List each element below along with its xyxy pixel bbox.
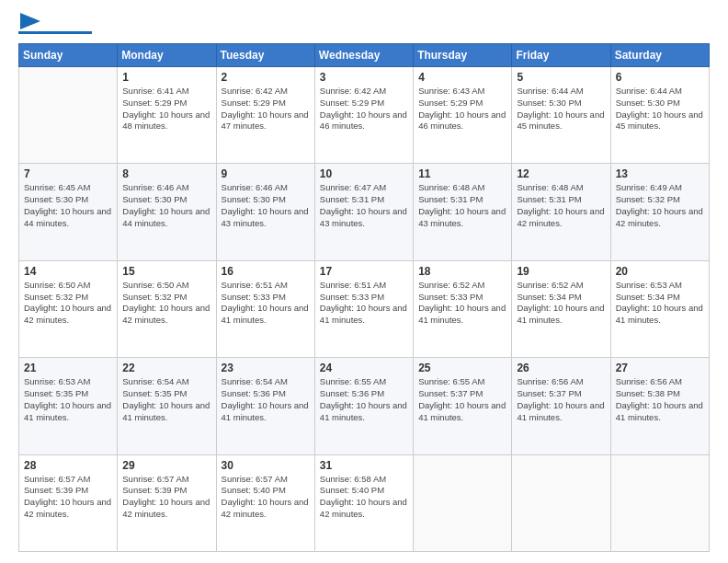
day-number: 29 (122, 459, 210, 472)
calendar-cell (19, 67, 118, 164)
day-info: Sunrise: 6:51 AM Sunset: 5:33 PM Dayligh… (222, 280, 310, 327)
week-row-1: 1Sunrise: 6:41 AM Sunset: 5:29 PM Daylig… (19, 67, 710, 164)
day-number: 17 (320, 265, 408, 278)
day-number: 20 (616, 265, 704, 278)
day-info: Sunrise: 6:53 AM Sunset: 5:34 PM Dayligh… (616, 280, 704, 327)
day-number: 7 (24, 167, 112, 180)
svg-marker-0 (20, 13, 40, 29)
calendar-cell: 26Sunrise: 6:56 AM Sunset: 5:37 PM Dayli… (512, 358, 610, 454)
calendar-cell: 13Sunrise: 6:49 AM Sunset: 5:32 PM Dayli… (610, 164, 709, 260)
calendar-table: SundayMondayTuesdayWednesdayThursdayFrid… (18, 43, 710, 552)
calendar-cell (414, 454, 512, 551)
calendar-cell (512, 454, 610, 551)
week-row-4: 21Sunrise: 6:53 AM Sunset: 5:35 PM Dayli… (19, 358, 710, 454)
day-number: 2 (222, 71, 310, 84)
calendar-body: 1Sunrise: 6:41 AM Sunset: 5:29 PM Daylig… (19, 67, 710, 552)
day-info: Sunrise: 6:44 AM Sunset: 5:30 PM Dayligh… (616, 86, 704, 132)
day-info: Sunrise: 6:52 AM Sunset: 5:34 PM Dayligh… (517, 280, 605, 327)
calendar-cell: 15Sunrise: 6:50 AM Sunset: 5:32 PM Dayli… (118, 260, 216, 357)
weekday-header-saturday: Saturday (610, 44, 709, 67)
day-number: 12 (517, 167, 605, 180)
weekday-header-row: SundayMondayTuesdayWednesdayThursdayFrid… (19, 44, 710, 67)
week-row-3: 14Sunrise: 6:50 AM Sunset: 5:32 PM Dayli… (19, 260, 710, 357)
day-info: Sunrise: 6:56 AM Sunset: 5:37 PM Dayligh… (517, 376, 605, 423)
calendar-cell: 14Sunrise: 6:50 AM Sunset: 5:32 PM Dayli… (19, 260, 118, 357)
day-info: Sunrise: 6:57 AM Sunset: 5:39 PM Dayligh… (24, 474, 112, 521)
day-info: Sunrise: 6:48 AM Sunset: 5:31 PM Dayligh… (517, 182, 605, 229)
weekday-header-tuesday: Tuesday (216, 44, 314, 67)
day-info: Sunrise: 6:56 AM Sunset: 5:38 PM Dayligh… (616, 376, 704, 423)
calendar-cell: 21Sunrise: 6:53 AM Sunset: 5:35 PM Dayli… (19, 358, 118, 454)
week-row-5: 28Sunrise: 6:57 AM Sunset: 5:39 PM Dayli… (19, 454, 710, 551)
day-info: Sunrise: 6:52 AM Sunset: 5:33 PM Dayligh… (418, 280, 506, 327)
weekday-header-sunday: Sunday (19, 44, 118, 67)
weekday-header-friday: Friday (512, 44, 610, 67)
day-number: 27 (616, 362, 704, 374)
day-info: Sunrise: 6:54 AM Sunset: 5:36 PM Dayligh… (222, 376, 310, 423)
logo-flag-icon (20, 13, 40, 29)
day-info: Sunrise: 6:54 AM Sunset: 5:35 PM Dayligh… (122, 376, 210, 423)
day-info: Sunrise: 6:42 AM Sunset: 5:29 PM Dayligh… (320, 86, 408, 132)
day-number: 26 (517, 362, 605, 374)
day-number: 10 (320, 167, 408, 180)
day-number: 9 (222, 167, 310, 180)
day-number: 3 (320, 71, 408, 84)
calendar-cell: 20Sunrise: 6:53 AM Sunset: 5:34 PM Dayli… (610, 260, 709, 357)
calendar-cell: 11Sunrise: 6:48 AM Sunset: 5:31 PM Dayli… (414, 164, 512, 260)
day-number: 25 (418, 362, 506, 374)
day-info: Sunrise: 6:57 AM Sunset: 5:40 PM Dayligh… (222, 474, 310, 521)
logo (18, 17, 92, 34)
calendar-cell: 7Sunrise: 6:45 AM Sunset: 5:30 PM Daylig… (19, 164, 118, 260)
weekday-header-thursday: Thursday (414, 44, 512, 67)
day-number: 16 (222, 265, 310, 278)
day-info: Sunrise: 6:53 AM Sunset: 5:35 PM Dayligh… (24, 376, 112, 423)
day-info: Sunrise: 6:58 AM Sunset: 5:40 PM Dayligh… (320, 474, 408, 521)
calendar-cell: 18Sunrise: 6:52 AM Sunset: 5:33 PM Dayli… (414, 260, 512, 357)
day-number: 1 (122, 71, 210, 84)
day-number: 30 (222, 459, 310, 472)
calendar-cell: 1Sunrise: 6:41 AM Sunset: 5:29 PM Daylig… (118, 67, 216, 164)
calendar-cell: 30Sunrise: 6:57 AM Sunset: 5:40 PM Dayli… (216, 454, 314, 551)
day-info: Sunrise: 6:55 AM Sunset: 5:37 PM Dayligh… (418, 376, 506, 423)
day-number: 14 (24, 265, 112, 278)
calendar-cell: 24Sunrise: 6:55 AM Sunset: 5:36 PM Dayli… (314, 358, 413, 454)
calendar-cell: 4Sunrise: 6:43 AM Sunset: 5:29 PM Daylig… (414, 67, 512, 164)
day-number: 13 (616, 167, 704, 180)
day-number: 15 (122, 265, 210, 278)
logo-underline (18, 31, 92, 34)
day-info: Sunrise: 6:44 AM Sunset: 5:30 PM Dayligh… (517, 86, 605, 132)
calendar-header: SundayMondayTuesdayWednesdayThursdayFrid… (19, 44, 710, 67)
day-info: Sunrise: 6:48 AM Sunset: 5:31 PM Dayligh… (418, 182, 506, 229)
weekday-header-monday: Monday (118, 44, 216, 67)
day-number: 11 (418, 167, 506, 180)
calendar-cell: 19Sunrise: 6:52 AM Sunset: 5:34 PM Dayli… (512, 260, 610, 357)
day-info: Sunrise: 6:49 AM Sunset: 5:32 PM Dayligh… (616, 182, 704, 229)
calendar-cell: 12Sunrise: 6:48 AM Sunset: 5:31 PM Dayli… (512, 164, 610, 260)
day-number: 6 (616, 71, 704, 84)
calendar-cell: 5Sunrise: 6:44 AM Sunset: 5:30 PM Daylig… (512, 67, 610, 164)
day-number: 8 (122, 167, 210, 180)
day-number: 24 (320, 362, 408, 374)
day-number: 18 (418, 265, 506, 278)
calendar-cell: 16Sunrise: 6:51 AM Sunset: 5:33 PM Dayli… (216, 260, 314, 357)
calendar-cell: 25Sunrise: 6:55 AM Sunset: 5:37 PM Dayli… (414, 358, 512, 454)
day-number: 19 (517, 265, 605, 278)
weekday-header-wednesday: Wednesday (314, 44, 413, 67)
logo-combined (18, 17, 40, 29)
day-info: Sunrise: 6:43 AM Sunset: 5:29 PM Dayligh… (418, 86, 506, 132)
calendar-cell: 17Sunrise: 6:51 AM Sunset: 5:33 PM Dayli… (314, 260, 413, 357)
day-info: Sunrise: 6:51 AM Sunset: 5:33 PM Dayligh… (320, 280, 408, 327)
day-info: Sunrise: 6:41 AM Sunset: 5:29 PM Dayligh… (122, 86, 210, 132)
day-info: Sunrise: 6:57 AM Sunset: 5:39 PM Dayligh… (122, 474, 210, 521)
calendar-cell: 2Sunrise: 6:42 AM Sunset: 5:29 PM Daylig… (216, 67, 314, 164)
calendar-cell: 27Sunrise: 6:56 AM Sunset: 5:38 PM Dayli… (610, 358, 709, 454)
page: SundayMondayTuesdayWednesdayThursdayFrid… (0, 0, 728, 563)
calendar-cell: 23Sunrise: 6:54 AM Sunset: 5:36 PM Dayli… (216, 358, 314, 454)
calendar-cell: 3Sunrise: 6:42 AM Sunset: 5:29 PM Daylig… (314, 67, 413, 164)
day-number: 4 (418, 71, 506, 84)
day-number: 28 (24, 459, 112, 472)
day-info: Sunrise: 6:55 AM Sunset: 5:36 PM Dayligh… (320, 376, 408, 423)
calendar-cell: 22Sunrise: 6:54 AM Sunset: 5:35 PM Dayli… (118, 358, 216, 454)
day-number: 23 (222, 362, 310, 374)
day-info: Sunrise: 6:45 AM Sunset: 5:30 PM Dayligh… (24, 182, 112, 229)
